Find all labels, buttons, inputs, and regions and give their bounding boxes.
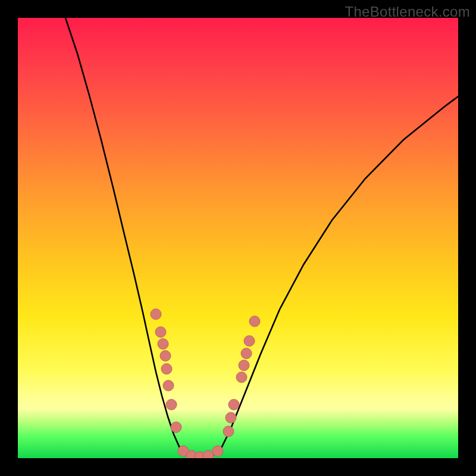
marker-dots [151, 309, 260, 458]
marker-dot [163, 380, 174, 391]
marker-dot [160, 350, 171, 361]
marker-dot [241, 348, 252, 359]
marker-dot [239, 360, 249, 371]
marker-dot [151, 309, 161, 320]
marker-dot [236, 372, 247, 383]
marker-dot [228, 399, 239, 410]
marker-dot [155, 327, 166, 337]
marker-dot [171, 422, 181, 433]
marker-dot [166, 399, 177, 410]
marker-dot [244, 336, 255, 346]
chart-svg [18, 18, 458, 458]
bottleneck-curve [65, 18, 458, 457]
chart-frame: TheBottleneck.com [0, 0, 476, 476]
marker-dot [226, 412, 236, 423]
marker-dot [249, 316, 260, 327]
marker-dot [158, 339, 168, 349]
watermark-text: TheBottleneck.com [345, 4, 470, 20]
marker-dot [203, 450, 214, 458]
marker-dot [223, 426, 234, 437]
marker-dot [161, 364, 172, 374]
plot-area [18, 18, 458, 458]
marker-dot [212, 446, 223, 456]
